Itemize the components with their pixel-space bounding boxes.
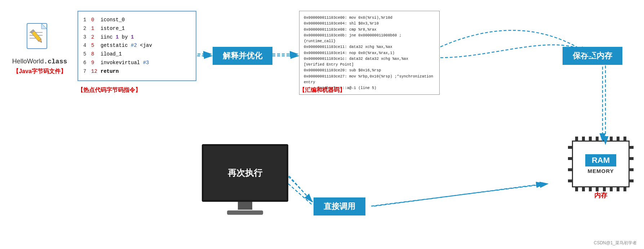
- memory-text: MEMORY: [588, 168, 614, 174]
- monitor-screen: 再次执行: [202, 144, 288, 202]
- svg-line-15: [289, 176, 312, 202]
- watermark: CSDN@1_菜鸟初学者: [594, 240, 637, 246]
- bytecode-line-3: 3 2 iinc 1 by 1: [83, 33, 191, 42]
- ram-pins-top: [573, 137, 629, 141]
- file-icon-area: HelloWorld.class 【Java字节码文件】: [11, 22, 68, 75]
- file-subtitle: 【Java字节码文件】: [13, 68, 66, 75]
- zhijie-button[interactable]: 直接调用: [314, 197, 365, 215]
- file-name: HelloWorld.class: [12, 57, 67, 66]
- ram-pins-bottom: [573, 187, 629, 191]
- assembly-box: 0x000000011103ce00: mov 0x8(%rsi),%r10d …: [299, 11, 440, 95]
- arrow-zhijie-to-ram: [371, 184, 548, 206]
- bytecode-line-5: 5 8 iload_1: [83, 50, 191, 59]
- bytecode-box: 1 0 iconst_0 2 1 istore_1 3 2 iinc 1 by …: [77, 11, 196, 81]
- monitor-label: 再次执行: [228, 167, 262, 179]
- bytecode-line-1: 1 0 iconst_0: [83, 16, 191, 25]
- monitor-stand: [238, 202, 252, 210]
- ram-area: RAM MEMORY 内存: [572, 141, 630, 200]
- bytecode-line-4: 4 5 getstatic #2 <jav: [83, 41, 191, 50]
- bytecode-line-6: 6 9 invokevirtual #3: [83, 59, 191, 67]
- svg-line-10: [288, 177, 313, 202]
- monitor-area: 再次执行: [202, 144, 288, 215]
- bytecode-line-7: 7 12 return: [83, 67, 191, 76]
- java-file-icon: [25, 22, 54, 54]
- jieshi-button[interactable]: 解释并优化: [213, 47, 272, 65]
- svg-line-8: [41, 42, 41, 43]
- bytecode-label: 【热点代码字节码指令】: [77, 86, 141, 94]
- assembly-label: 【汇编和机器码】: [299, 86, 345, 94]
- baocun-button[interactable]: 保存至内存: [563, 47, 622, 65]
- bytecode-line-2: 2 1 istore_1: [83, 25, 191, 33]
- ram-caption: 内存: [594, 191, 607, 200]
- arrow-monitor-to-zhijie: [288, 184, 313, 205]
- monitor-base: [227, 210, 263, 215]
- ram-label: RAM: [585, 154, 616, 166]
- ram-pins-right: [629, 142, 634, 186]
- svg-line-16: [374, 184, 544, 206]
- ram-pins-left: [568, 142, 572, 186]
- ram-chip: RAM MEMORY: [572, 141, 630, 187]
